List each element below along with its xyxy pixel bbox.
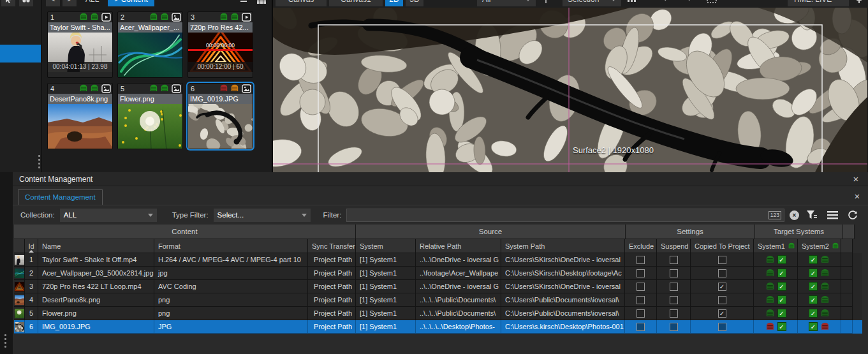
server-status-icon (820, 295, 830, 305)
table-row[interactable]: 6IMG_0019.JPGJPGProject Path[1] System1.… (14, 320, 862, 334)
tab-canvas1[interactable]: Canvas1 (329, 0, 383, 6)
tab-all[interactable]: ALL (79, 0, 105, 6)
row-thumbnail (15, 322, 24, 332)
all-dropdown[interactable]: All (477, 0, 536, 6)
refresh-icon[interactable] (845, 208, 860, 222)
panel-tabstrip: Content Management × (13, 186, 868, 205)
menu-icon[interactable] (825, 208, 840, 222)
table-row[interactable]: 4DesertPano8k.pngpngProject Path[1] Syst… (14, 293, 862, 307)
resize-grip[interactable] (38, 155, 40, 168)
grid-view-icon[interactable] (254, 0, 269, 6)
cell-id: 5 (25, 307, 38, 320)
column-header-copied-to-project[interactable]: Copied To Project (691, 239, 754, 253)
column-header-system1[interactable]: System1 (754, 239, 798, 253)
content-tile-3[interactable]: 3720p Pro Res 42... 00:00:06:0000:00:12:… (188, 11, 253, 78)
pin-icon[interactable] (851, 0, 867, 6)
cell-exclude (625, 307, 657, 320)
undo-icon[interactable] (661, 0, 676, 6)
pointer-tool-button[interactable] (1, 0, 15, 6)
clear-filter-icon[interactable]: × (790, 210, 799, 220)
cell-sync-transfer: Project Path (308, 267, 356, 280)
canvas-viewport[interactable]: Canvas Canvas1 2D 3D All Selection (273, 0, 868, 172)
suspend-checkbox[interactable] (670, 256, 678, 264)
exclude-checkbox[interactable] (636, 296, 645, 304)
suspend-checkbox[interactable] (670, 296, 678, 304)
copied-to-project-checkbox[interactable]: ✓ (718, 309, 726, 318)
cell-system2-status: ✓ (798, 307, 841, 320)
server-status-icon (765, 255, 775, 265)
tab-content[interactable]: > Content (108, 0, 154, 6)
puzzle-button[interactable] (19, 0, 33, 6)
selection-dropdown[interactable]: Selection (563, 0, 621, 6)
tab-canvas[interactable]: Canvas (276, 0, 327, 6)
column-header-relative-path[interactable]: Relative Path (416, 239, 501, 253)
suspend-checkbox[interactable] (670, 323, 678, 331)
cell-name: Taylor Swift - Shake It Off.mp4 (38, 253, 154, 267)
table-row[interactable]: 1Taylor Swift - Shake It Off.mp4H.264 / … (14, 253, 862, 267)
server-status-icon (820, 322, 830, 332)
tab-content-management[interactable]: Content Management (18, 189, 103, 205)
close-icon[interactable]: × (851, 190, 863, 202)
column-header-thumb[interactable] (14, 239, 25, 253)
filter-text-field[interactable] (349, 211, 765, 219)
column-header-exclude[interactable]: Exclude (625, 239, 657, 253)
time-display[interactable]: TIME: LIVE (788, 0, 849, 6)
column-header-system-path[interactable]: System Path (501, 239, 625, 253)
pointer-tool-icon (4, 0, 13, 5)
column-header-suspend[interactable]: Suspend (657, 239, 691, 253)
suspend-checkbox[interactable] (670, 269, 678, 277)
table-row[interactable]: 2Acer_Wallpaper_03_5000x2814.jpgjpgProje… (14, 267, 862, 280)
redo-icon[interactable] (679, 0, 694, 6)
move-tool-icon[interactable] (538, 0, 554, 6)
mode-2d-button[interactable]: 2D (385, 0, 403, 6)
cell-system2-status: ✓ (798, 320, 841, 334)
exclude-checkbox[interactable] (636, 323, 645, 331)
collection-dropdown[interactable]: ALL (60, 209, 157, 222)
eject-icon[interactable] (236, 0, 251, 6)
tile-timecode: 00:00:12:00 | 60 (188, 62, 253, 72)
mode-3d-button[interactable]: 3D (406, 0, 423, 6)
group-header-content: Content (14, 225, 356, 239)
close-icon[interactable]: × (850, 173, 862, 185)
resize-grip[interactable] (4, 334, 6, 348)
exclude-checkbox[interactable] (636, 283, 645, 291)
type-filter-dropdown[interactable]: Select... (214, 209, 311, 222)
table-row[interactable]: 5Flower.pngpngProject Path[1] System1..\… (14, 307, 862, 320)
copied-to-project-checkbox[interactable] (718, 269, 726, 277)
content-tile-6[interactable]: 6IMG_0019.JPG (188, 83, 253, 149)
copied-to-project-checkbox[interactable]: ✓ (718, 283, 726, 291)
nav-forward-button[interactable]: > (63, 0, 77, 6)
fit-selection-icon[interactable] (704, 0, 719, 6)
exclude-checkbox[interactable] (636, 309, 645, 318)
cell-exclude (625, 267, 657, 280)
row-filler (841, 307, 853, 320)
nav-back-button[interactable]: < (46, 0, 60, 6)
exclude-checkbox[interactable] (636, 269, 645, 277)
content-tile-1[interactable]: 1Taylor Swift - Sha... 00:04:01:13 | 23.… (47, 11, 113, 78)
selected-tool-indicator[interactable] (0, 45, 41, 63)
panel-title: Content Management (19, 175, 850, 184)
suspend-checkbox[interactable] (670, 309, 678, 318)
copied-to-project-checkbox[interactable] (718, 296, 726, 304)
table-row[interactable]: 3720p Pro Res 422 LT Loop.mp4AVC CodingP… (14, 280, 862, 293)
column-header-format[interactable]: Format (154, 239, 308, 253)
tile-name-label: DesertPano8k.png (48, 94, 112, 104)
content-tile-5[interactable]: 5Flower.png (117, 83, 183, 149)
content-tile-2[interactable]: 2Acer_Wallpaper_... (117, 11, 183, 78)
filter-input[interactable]: 123 (346, 209, 784, 222)
column-header-system2[interactable]: System2 (798, 239, 841, 253)
copied-to-project-checkbox[interactable] (718, 256, 726, 264)
exclude-checkbox[interactable] (636, 256, 645, 264)
suspend-checkbox[interactable] (670, 283, 678, 291)
row-thumbnail-cell (14, 320, 25, 334)
content-tile-4[interactable]: 4DesertPano8k.png (47, 83, 113, 149)
grid-dots-icon[interactable] (624, 0, 639, 6)
row-thumbnail-cell (14, 280, 25, 293)
column-header-system[interactable]: System (356, 239, 416, 253)
filter-funnel-icon[interactable] (804, 208, 820, 222)
cell-id: 4 (25, 293, 38, 307)
column-header-id[interactable]: Id (25, 239, 38, 253)
column-header-sync-transfer[interactable]: Sync Transfer (308, 239, 356, 253)
copied-to-project-checkbox[interactable] (718, 323, 726, 331)
column-header-name[interactable]: Name (38, 239, 154, 253)
